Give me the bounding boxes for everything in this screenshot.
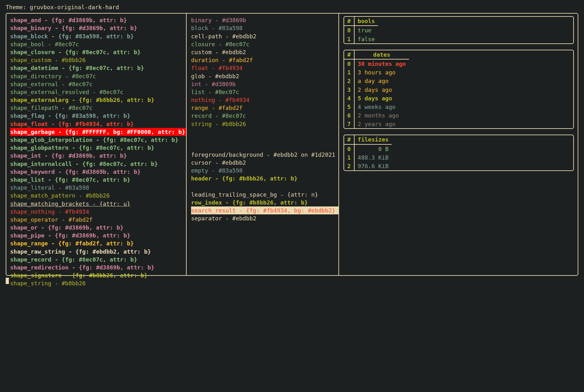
type-line-glob: glob - #ebdbb2: [191, 72, 338, 80]
type-line-closure: closure - #8ec07c: [191, 40, 338, 48]
theme-preview-panel: shape_and - {fg: #d3869b, attr: b}shape_…: [6, 13, 578, 276]
bools-table: #bools0true1false: [343, 16, 574, 44]
filesizes-table: #filesizes0 0 B1488.3 KiB2976.6 KiB: [343, 135, 574, 171]
type-line-custom: custom - #ebdbb2: [191, 48, 338, 56]
type-line-block: block - #83a598: [191, 24, 338, 32]
misc-line-header: header - {fg: #b8bb26, attr: b}: [191, 174, 338, 182]
misc-line-row_index: row_index - {fg: #b8bb26, attr: b}: [191, 199, 338, 206]
shapes-line-shape_bool: shape_bool - #8ec07c: [10, 40, 186, 48]
type-line-int: int - #d3869b: [191, 80, 338, 88]
shapes-line-shape_string: shape_string - #b8bb26: [10, 279, 186, 287]
shapes-line-shape_matching_brackets: shape_matching_brackets - {attr: u}: [10, 200, 186, 208]
misc-line-foreground/background: foreground/background - #ebdbb2 on #1d20…: [191, 151, 338, 159]
type-line-nothing: nothing - #fb4934: [191, 96, 338, 104]
shapes-line-shape_match_pattern: shape_match_pattern - #b8bb26: [10, 192, 186, 199]
types-column: binary - #d3869bblock - #83a598cell-path…: [187, 16, 338, 272]
shapes-line-shape_literal: shape_literal - #83a598: [10, 184, 186, 192]
shapes-line-shape_or: shape_or - {fg: #d3869b, attr: b}: [10, 224, 186, 231]
cursor-icon: [6, 278, 9, 284]
shapes-line-shape_filepath: shape_filepath - #8ec07c: [10, 104, 186, 112]
shapes-line-shape_pipe: shape_pipe - {fg: #d3869b, attr: b}: [10, 231, 186, 239]
shapes-line-shape_datetime: shape_datetime - {fg: #8ec07c, attr: b}: [10, 64, 186, 72]
shapes-line-shape_binary: shape_binary - {fg: #d3869b, attr: b}: [10, 24, 186, 32]
shapes-line-shape_internalcall: shape_internalcall - {fg: #8ec07c, attr:…: [10, 160, 186, 168]
type-line-duration: duration - #fabd2f: [191, 56, 338, 64]
misc-line-separator: separator - #ebdbb2: [191, 214, 338, 222]
theme-title: Theme: gruvbox-original-dark-hard: [6, 3, 578, 11]
shapes-line-shape_raw_string: shape_raw_string - {fg: #ebdbb2, attr: b…: [10, 248, 186, 256]
type-line-range: range - #fabd2f: [191, 104, 338, 112]
dates-table: #dates030 minutes ago13 hours ago2a day …: [343, 50, 574, 129]
shapes-line-shape_block: shape_block - {fg: #83a598, attr: b}: [10, 32, 186, 40]
shapes-line-shape_globpattern: shape_globpattern - {fg: #8ec07c, attr: …: [10, 144, 186, 152]
misc-line-leading_trailing_space_bg: leading_trailing_space_bg - {attr: n}: [191, 191, 338, 199]
type-line-cell-path: cell-path - #ebdbb2: [191, 32, 338, 40]
type-line-record: record - #8ec07c: [191, 112, 338, 120]
shapes-line-shape_externalarg: shape_externalarg - {fg: #b8bb26, attr: …: [10, 96, 186, 104]
shapes-line-shape_glob_interpolation: shape_glob_interpolation - {fg: #8ec07c,…: [10, 136, 186, 144]
shapes-line-shape_record: shape_record - {fg: #8ec07c, attr: b}: [10, 256, 186, 263]
shapes-line-shape_garbage: shape_garbage - {fg: #FFFFFF, bg: #FF000…: [10, 128, 186, 136]
shapes-line-shape_directory: shape_directory - #8ec07c: [10, 72, 186, 80]
shapes-line-shape_int: shape_int - {fg: #d3869b, attr: b}: [10, 152, 186, 160]
shapes-line-shape_closure: shape_closure - {fg: #8ec07c, attr: b}: [10, 48, 186, 56]
shapes-line-shape_range: shape_range - {fg: #fabd2f, attr: b}: [10, 239, 186, 247]
type-line-list: list - #8ec07c: [191, 88, 338, 96]
misc-line-empty: empty - #83a598: [191, 167, 338, 174]
misc-line-search_result: search_result - {fg: #fb4934, bg: #ebdbb…: [191, 206, 338, 214]
shapes-line-shape_flag: shape_flag - {fg: #83a598, attr: b}: [10, 112, 186, 120]
type-line-binary: binary - #d3869b: [191, 16, 338, 24]
misc-line-cursor: cursor - #ebdbb2: [191, 159, 338, 167]
shapes-line-shape_external: shape_external - #8ec07c: [10, 80, 186, 88]
type-line-string: string - #b8bb26: [191, 120, 338, 128]
shapes-line-shape_float: shape_float - {fg: #fb4934, attr: b}: [10, 120, 186, 128]
shapes-line-shape_external_resolved: shape_external_resolved - #8ec07c: [10, 88, 186, 96]
shapes-column: shape_and - {fg: #d3869b, attr: b}shape_…: [10, 16, 186, 272]
shapes-line-shape_redirection: shape_redirection - {fg: #d3869b, attr: …: [10, 263, 186, 271]
tables-column: #bools0true1false #dates030 minutes ago1…: [339, 16, 574, 272]
shapes-line-shape_operator: shape_operator - #fabd2f: [10, 216, 186, 224]
type-line-float: float - #fb4934: [191, 64, 338, 72]
shapes-line-shape_signature: shape_signature - {fg: #b8bb26, attr: b}: [10, 271, 186, 279]
shapes-line-shape_nothing: shape_nothing - #fb4934: [10, 208, 186, 216]
shapes-line-shape_list: shape_list - {fg: #8ec07c, attr: b}: [10, 176, 186, 184]
shapes-line-shape_and: shape_and - {fg: #d3869b, attr: b}: [10, 16, 186, 24]
shapes-line-shape_custom: shape_custom - #b8bb26: [10, 56, 186, 64]
shapes-line-shape_string_interpolation: shape_string_interpolation - {fg: #8ec07…: [10, 288, 186, 288]
shapes-line-shape_keyword: shape_keyword - {fg: #d3869b, attr: b}: [10, 168, 186, 176]
